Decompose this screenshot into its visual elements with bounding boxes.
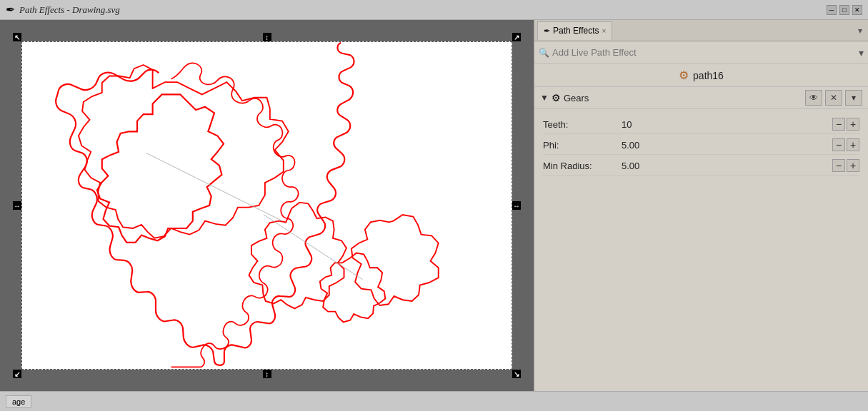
param-teeth-value: 10 [622, 119, 832, 130]
effect-gear-icon: ⚙ [552, 92, 561, 103]
main-layout: ↖ ↕ ↗ ↔ ↔ ↙ ↕ ↘ [0, 20, 868, 391]
param-phi-minus[interactable]: − [832, 138, 845, 151]
param-phi-plus[interactable]: + [847, 138, 859, 151]
window-title: Path Effects - Drawing.svg [19, 4, 120, 16]
taskbar: age [0, 391, 868, 411]
effect-delete-button[interactable]: ✕ [825, 90, 842, 106]
path-name-label: path16 [693, 70, 724, 81]
handle-top-right[interactable]: ↗ [512, 33, 521, 41]
large-gear [97, 94, 224, 242]
path-name-bar: ⚙ path16 [534, 64, 868, 87]
maximize-button[interactable]: □ [839, 5, 849, 15]
gear1 [79, 65, 289, 238]
param-min-radius-value: 5.00 [622, 161, 832, 171]
guide-lines [146, 153, 362, 280]
title-bar-left: ✒ Path Effects - Drawing.svg [6, 3, 120, 16]
handle-middle-left[interactable]: ↔ [13, 201, 21, 210]
param-min-radius-minus[interactable]: − [832, 159, 845, 172]
param-teeth-minus[interactable]: − [832, 118, 845, 131]
effect-expand-arrow[interactable]: ▼ [540, 93, 549, 103]
effect-name-label: Gears [564, 93, 802, 103]
effect-expand-button[interactable]: ▾ [845, 90, 862, 106]
panel-tab-icon: ✒ [544, 26, 550, 36]
search-icon: 🔍 [539, 48, 549, 58]
param-row-min-radius: Min Radius: 5.00 − + [543, 156, 859, 176]
handle-bottom-right[interactable]: ↘ [512, 370, 521, 378]
param-row-teeth: Teeth: 10 − + [543, 115, 859, 134]
handle-top-center[interactable]: ↕ [263, 33, 271, 41]
canvas-area[interactable]: ↖ ↕ ↗ ↔ ↔ ↙ ↕ ↘ [0, 20, 534, 391]
canvas-content [21, 41, 512, 370]
gear4 [351, 215, 439, 305]
param-teeth-label: Teeth: [543, 119, 622, 130]
params-area: Teeth: 10 − + Phi: 5.00 − + Min Radius: … [534, 109, 868, 181]
taskbar-item[interactable]: age [6, 395, 31, 408]
panel-tab-close-button[interactable]: × [602, 27, 606, 35]
param-teeth-plus[interactable]: + [847, 118, 859, 131]
param-phi-label: Phi: [543, 140, 622, 151]
svg-line-1 [264, 215, 362, 280]
chevron-down-icon: ▾ [852, 93, 856, 103]
handle-top-left[interactable]: ↖ [13, 33, 21, 41]
handle-bottom-center[interactable]: ↕ [263, 370, 271, 378]
svg-line-0 [146, 153, 282, 221]
title-bar-controls: ─ □ ✕ [827, 5, 862, 15]
handle-bottom-left[interactable]: ↙ [13, 370, 21, 378]
path-effects-tab[interactable]: ✒ Path Effects × [537, 21, 612, 40]
param-teeth-controls: − + [832, 118, 859, 131]
handle-middle-right[interactable]: ↔ [512, 201, 521, 210]
add-effect-input[interactable] [552, 47, 856, 58]
param-min-radius-plus[interactable]: + [847, 159, 859, 172]
title-bar: ✒ Path Effects - Drawing.svg ─ □ ✕ [0, 0, 868, 20]
gears-svg [22, 42, 512, 369]
gear2 [249, 203, 346, 309]
delete-icon: ✕ [830, 93, 837, 103]
param-phi-controls: − + [832, 138, 859, 151]
minimize-button[interactable]: ─ [827, 5, 837, 15]
search-dropdown-arrow[interactable]: ▾ [859, 47, 864, 59]
inkscape-icon: ✒ [6, 3, 15, 16]
param-phi-value: 5.00 [622, 140, 832, 151]
right-panel: ✒ Path Effects × ▾ 🔍 ▾ ⚙ path16 ▼ ⚙ Gear… [534, 20, 868, 391]
panel-tab-label: Path Effects [553, 26, 599, 36]
param-min-radius-label: Min Radius: [543, 161, 622, 171]
effect-row: ▼ ⚙ Gears 👁 ✕ ▾ [534, 87, 868, 109]
path-node-icon: ⚙ [679, 68, 689, 82]
close-button[interactable]: ✕ [852, 5, 862, 15]
panel-tab-arrow[interactable]: ▾ [855, 26, 865, 36]
effect-visibility-button[interactable]: 👁 [805, 90, 822, 106]
eye-icon: 👁 [809, 93, 818, 103]
param-min-radius-controls: − + [832, 159, 859, 172]
param-row-phi: Phi: 5.00 − + [543, 136, 859, 155]
search-bar: 🔍 ▾ [534, 41, 868, 64]
panel-tabs: ✒ Path Effects × ▾ [534, 20, 868, 41]
